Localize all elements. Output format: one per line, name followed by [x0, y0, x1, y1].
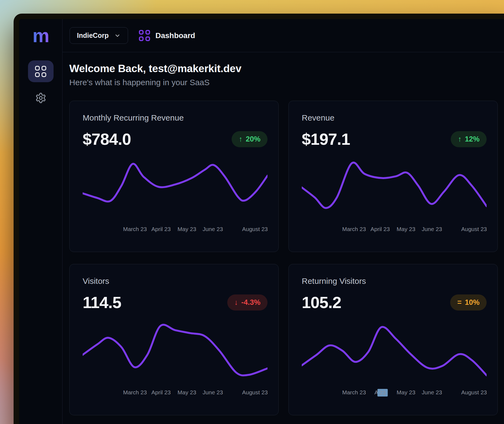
trend-badge: = 10%	[450, 294, 487, 311]
x-tick-label: April 23	[151, 389, 171, 396]
arrow-down-icon: ↓	[234, 299, 238, 306]
x-tick-label: August 23	[242, 389, 268, 396]
x-tick-label: March 23	[342, 226, 366, 233]
welcome-subtitle: Here's what is happening in your SaaS	[69, 78, 498, 87]
welcome-heading: Welcome Back, test@makerkit.dev	[69, 63, 498, 75]
sidebar-item-dashboard[interactable]	[28, 60, 54, 82]
dashboard-grid-icon	[139, 30, 150, 41]
trend-value: 10%	[465, 298, 480, 307]
card-revenue: Revenue $197.1 ↑ 12% March 23	[288, 101, 498, 252]
x-tick-label: May 23	[397, 226, 415, 233]
selected-text-highlight: 23	[378, 389, 388, 397]
x-tick-label: April 23	[371, 226, 390, 233]
x-tick-label: May 23	[178, 389, 196, 396]
trend-badge: ↓ -4.3%	[227, 294, 267, 311]
equals-icon: =	[457, 299, 462, 306]
mrr-sparkline-chart	[83, 156, 267, 221]
revenue-sparkline-chart	[302, 156, 487, 221]
card-value: 114.5	[83, 293, 121, 312]
x-axis-labels: March 23 April 23 May 23 June 23 August …	[302, 226, 487, 233]
trend-value: -4.3%	[241, 298, 260, 307]
x-tick-label: May 23	[178, 226, 196, 233]
x-tick-label: March 23	[123, 226, 147, 233]
trend-value: 12%	[465, 135, 480, 143]
org-switcher-button[interactable]: IndieCorp	[70, 27, 128, 44]
x-tick-label: June 23	[422, 389, 442, 396]
chevron-down-icon	[114, 32, 121, 39]
app-window: m IndieCorp	[14, 14, 504, 424]
dashboard-grid-icon	[35, 66, 46, 77]
x-tick-label: March 23	[342, 389, 366, 396]
x-tick-label: August 23	[242, 226, 268, 233]
card-visitors: Visitors 114.5 ↓ -4.3% March 2	[69, 264, 279, 415]
x-tick-label: August 23	[461, 226, 487, 233]
x-axis-labels: March 23 April 23 May 23 June 23 August …	[83, 226, 267, 233]
makerkit-logo: m	[32, 26, 49, 45]
card-returning-visitors: Returning Visitors 105.2 = 10%	[288, 264, 498, 415]
card-title: Returning Visitors	[302, 276, 487, 286]
x-tick-label: August 23	[461, 389, 487, 396]
gear-icon	[35, 92, 46, 104]
trend-value: 20%	[246, 135, 260, 143]
x-axis-labels: March 23 April 23 May 23 June 23 August …	[83, 389, 267, 396]
card-title: Monthly Recurring Revenue	[83, 113, 267, 123]
card-value: $784.0	[83, 130, 131, 149]
x-tick-label: June 23	[422, 226, 442, 233]
sidebar: m	[19, 19, 63, 424]
main-area: IndieCorp Dashboard Welcome Back, test@m…	[63, 19, 504, 424]
dashboard-content: Welcome Back, test@makerkit.dev Here's w…	[63, 52, 504, 415]
stats-grid: Monthly Recurring Revenue $784.0 ↑ 20%	[69, 101, 498, 415]
visitors-sparkline-chart	[83, 320, 267, 384]
app-window-content: m IndieCorp	[19, 19, 504, 424]
card-value: $197.1	[302, 130, 350, 149]
card-title: Revenue	[302, 113, 487, 123]
arrow-up-icon: ↑	[458, 136, 462, 143]
trend-badge: ↑ 20%	[232, 131, 267, 147]
returning-visitors-sparkline-chart	[302, 320, 487, 384]
arrow-up-icon: ↑	[239, 136, 242, 143]
sidebar-item-settings[interactable]	[28, 87, 54, 109]
card-value: 105.2	[302, 293, 341, 312]
x-tick-label: June 23	[203, 389, 223, 396]
x-tick-label: April 23	[151, 226, 171, 233]
page-title: Dashboard	[155, 31, 195, 40]
x-axis-labels: March 23 April23 May 23 June 23 August 2…	[302, 389, 487, 396]
app-header: IndieCorp Dashboard	[63, 19, 504, 52]
card-title: Visitors	[83, 276, 267, 286]
page-head: Dashboard	[139, 30, 195, 41]
x-tick-label: March 23	[123, 389, 147, 396]
org-name: IndieCorp	[77, 32, 109, 39]
trend-badge: ↑ 12%	[451, 131, 487, 147]
x-tick-label: May 23	[397, 389, 415, 396]
x-tick-label: June 23	[203, 226, 223, 233]
card-monthly-recurring-revenue: Monthly Recurring Revenue $784.0 ↑ 20%	[69, 101, 279, 252]
